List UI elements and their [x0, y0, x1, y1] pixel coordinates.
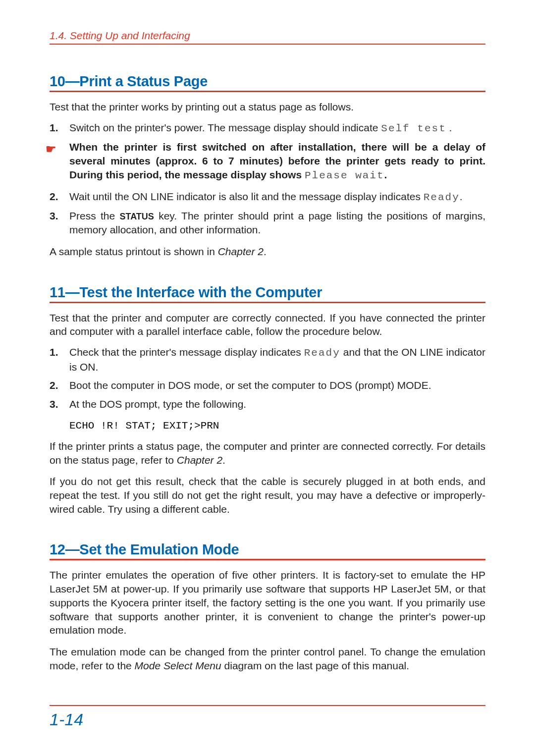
list-number: 3.	[50, 397, 58, 411]
dos-command: ECHO !R! STAT; EXIT;>PRN	[69, 420, 485, 432]
status-key: STATUS	[120, 212, 154, 221]
text: When the printer is first switched on af…	[69, 141, 485, 180]
text: .	[384, 169, 387, 180]
lcd-text: Self test	[381, 123, 446, 134]
s10-step-3: 3. Press the STATUS key. The printer sho…	[50, 209, 485, 236]
text: Check that the printer's message display…	[69, 346, 304, 358]
text: If the printer prints a status page, the…	[50, 440, 485, 466]
section-12-title: 12—Set the Emulation Mode	[50, 541, 485, 560]
text: .	[222, 454, 225, 466]
page-number: 1-14	[50, 710, 485, 729]
list-number: 3.	[50, 209, 58, 223]
text: Press the	[69, 210, 120, 221]
chapter-ref: Chapter 2	[177, 454, 222, 466]
section-11-title: 11—Test the Interface with the Computer	[50, 284, 485, 303]
s11-step-3: 3. At the DOS prompt, type the following…	[50, 397, 485, 411]
text: .	[446, 122, 452, 133]
section-10-title: 10—Print a Status Page	[50, 73, 485, 92]
text: .	[460, 191, 463, 202]
s11-step-1: 1. Check that the printer's message disp…	[50, 345, 485, 374]
text: A sample status printout is shown in	[50, 246, 218, 257]
pointer-icon: ☛	[46, 141, 56, 157]
lcd-text: Please wait	[305, 170, 384, 181]
running-header: 1.4. Setting Up and Interfacing	[50, 30, 485, 45]
footer-rule	[50, 705, 485, 706]
page-footer: 1-14	[50, 705, 485, 729]
s11-step-2: 2. Boot the computer in DOS mode, or set…	[50, 378, 485, 392]
text: Switch on the printer's power. The messa…	[69, 122, 381, 133]
chapter-ref: Chapter 2	[218, 246, 264, 257]
text: .	[264, 246, 267, 257]
s11-after-2: If you do not get this result, check tha…	[50, 475, 485, 516]
list-number: 2.	[50, 190, 58, 204]
text: At the DOS prompt, type the following.	[69, 398, 246, 410]
section-10-intro: Test that the printer works by printing …	[50, 100, 485, 114]
s12-para-1: The printer emulates the operation of fi…	[50, 568, 485, 637]
list-number: 2.	[50, 378, 58, 392]
text: Wait until the ON LINE indicator is also…	[69, 191, 424, 202]
s10-outro: A sample status printout is shown in Cha…	[50, 245, 485, 259]
section-11-intro: Test that the printer and computer are c…	[50, 311, 485, 338]
lcd-text: Ready	[304, 347, 340, 359]
s11-after-1: If the printer prints a status page, the…	[50, 439, 485, 467]
s10-step-2: 2. Wait until the ON LINE indicator is a…	[50, 190, 485, 205]
s12-para-2: The emulation mode can be changed from t…	[50, 645, 485, 672]
lcd-text: Ready	[424, 192, 460, 203]
menu-ref: Mode Select Menu	[135, 660, 221, 671]
text: diagram on the last page of this manual.	[221, 660, 409, 671]
text: Boot the computer in DOS mode, or set th…	[69, 379, 431, 391]
list-number: 1.	[50, 345, 58, 359]
list-number: 1.	[50, 121, 58, 135]
s10-note: ☛ When the printer is first switched on …	[50, 140, 485, 182]
s10-step-1: 1. Switch on the printer's power. The me…	[50, 121, 485, 136]
